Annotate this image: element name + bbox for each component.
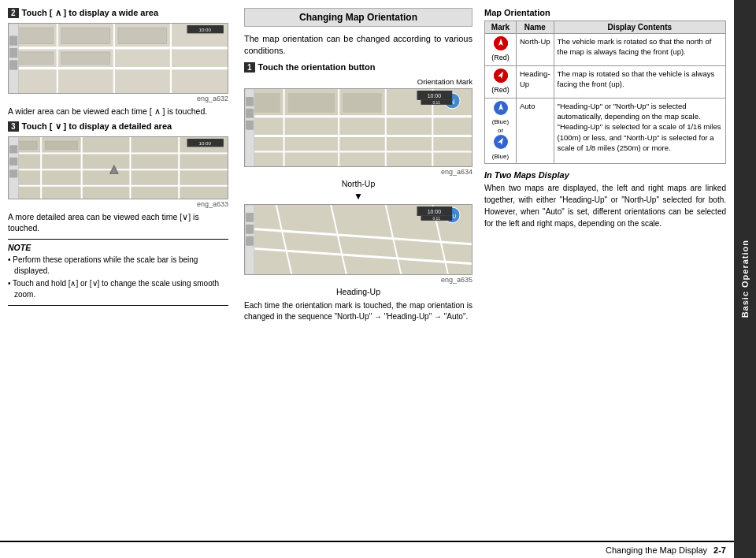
svg-text:0.11: 0.11	[432, 217, 440, 221]
map-image-wide: 10:00	[8, 23, 228, 94]
middle-column: Changing Map Orientation The map orienta…	[236, 8, 480, 534]
svg-rect-9	[13, 52, 53, 64]
arrow-down: ▼	[244, 191, 472, 202]
auto-icon-1	[494, 101, 508, 115]
heading-up-label: Heading-Up	[244, 287, 472, 296]
note-item-2: • Touch and hold [∧] or [∨] to change th…	[8, 278, 228, 300]
heading-up-desc: The map is rotated so that the vehicle i…	[554, 65, 725, 98]
svg-rect-29	[9, 145, 17, 153]
table-row-northup: (Red) North-Up The vehicle mark is rotat…	[485, 34, 726, 66]
in-two-maps-title: In Two Maps Display	[484, 170, 726, 180]
svg-rect-10	[61, 52, 110, 64]
section-header: Changing Map Orientation	[244, 8, 472, 27]
in-two-maps-body: When two maps are displayed, the left an…	[484, 182, 726, 229]
svg-rect-31	[9, 169, 17, 177]
col-header-contents: Display Contents	[554, 21, 725, 34]
col-header-name: Name	[517, 21, 554, 34]
svg-rect-50	[246, 121, 254, 130]
north-up-desc: The vehicle mark is rotated so that the …	[554, 34, 725, 66]
intro-text: The map orientation can be changed accor…	[244, 33, 472, 58]
svg-rect-30	[9, 157, 17, 165]
sidebar-tab-label: Basic Operation	[740, 240, 750, 318]
sidebar-tab: Basic Operation	[734, 0, 756, 558]
svg-text:0.11: 0.11	[432, 101, 440, 105]
icon-cell-auto: (Blue) or (Blue)	[485, 98, 517, 163]
svg-rect-13	[9, 48, 17, 58]
auto-desc: "Heading-Up" or "North-Up" is selected a…	[554, 98, 725, 163]
table-title: Map Orientation	[484, 8, 726, 17]
north-up-icon	[494, 36, 508, 50]
step2-label: 2	[8, 8, 19, 18]
note-section: NOTE • Perform these operations while th…	[8, 239, 228, 306]
note-item-1: • Perform these operations while the sca…	[8, 255, 228, 277]
svg-rect-44	[343, 93, 382, 113]
bottom-page: 2-7	[713, 545, 726, 555]
table-row-headingup: (Red) Heading-Up The map is rotated so t…	[485, 65, 726, 98]
svg-text:10:00: 10:00	[198, 27, 211, 32]
map-caption-4: eng_a635	[244, 276, 472, 284]
step3-body: A more detailed area can be viewed each …	[8, 211, 228, 234]
map-caption-1: eng_a632	[8, 95, 228, 102]
svg-rect-48	[246, 97, 254, 106]
north-up-icon-label: (Red)	[488, 53, 513, 63]
map-heading-up: HU 10:00 0.11	[244, 204, 472, 275]
svg-rect-43	[288, 93, 335, 113]
map-caption-2: eng_a633	[8, 200, 228, 208]
svg-text:10:00: 10:00	[428, 209, 442, 214]
svg-rect-66	[246, 225, 254, 234]
auto-icon-2	[494, 135, 508, 149]
heading-up-icon-label: (Red)	[488, 85, 513, 95]
north-up-label: North-Up	[244, 179, 472, 188]
map-caption-3: eng_a634	[244, 168, 472, 176]
heading-up-name: Heading-Up	[517, 65, 554, 98]
svg-rect-14	[9, 60, 17, 69]
svg-rect-26	[45, 141, 77, 149]
svg-rect-12	[9, 35, 17, 45]
bottom-label: Changing the Map Display	[606, 545, 707, 555]
svg-rect-49	[246, 109, 254, 118]
svg-rect-7	[61, 28, 110, 44]
heading-up-icon	[494, 69, 508, 83]
map-north-up: N 10:00 0.11	[244, 88, 472, 167]
svg-text:10:00: 10:00	[428, 93, 442, 99]
icon-cell-headingup: (Red)	[485, 65, 517, 98]
step2-heading: 2Touch [ ∧ ] to display a wide area	[8, 8, 228, 18]
note-title: NOTE	[8, 243, 228, 252]
step3-label: 3	[8, 121, 19, 132]
svg-rect-8	[118, 28, 167, 44]
orientation-mark-label: Orientation Mark	[244, 77, 472, 86]
icon-cell-northup: (Red)	[485, 34, 517, 66]
bottom-bar: Changing the Map Display 2-7	[0, 541, 734, 558]
table-row-auto: (Blue) or (Blue) Auto "Heading-Up	[485, 98, 726, 163]
svg-rect-11	[9, 24, 18, 94]
map-image-detailed: 10:00	[8, 136, 228, 199]
step1-label: 1	[244, 62, 255, 73]
svg-rect-6	[13, 28, 53, 44]
north-up-name: North-Up	[517, 34, 554, 66]
svg-rect-65	[246, 213, 254, 222]
auto-name: Auto	[517, 98, 554, 163]
middle-body-text: Each time the orientation mark is touche…	[244, 300, 472, 322]
svg-text:10:00: 10:00	[198, 140, 211, 146]
svg-rect-67	[246, 236, 254, 246]
col-header-mark: Mark	[485, 21, 517, 34]
step3-heading: 3Touch [ ∨ ] to display a detailed area	[8, 121, 228, 132]
step1-heading: 1Touch the orientation button	[244, 62, 472, 73]
right-column: Map Orientation Mark Name Display Conten…	[480, 8, 726, 534]
orientation-table: Mark Name Display Contents	[484, 20, 726, 164]
step2-body: A wider area can be viewed each time [ ∧…	[8, 106, 228, 117]
left-column: 2Touch [ ∧ ] to display a wide area	[8, 8, 236, 534]
